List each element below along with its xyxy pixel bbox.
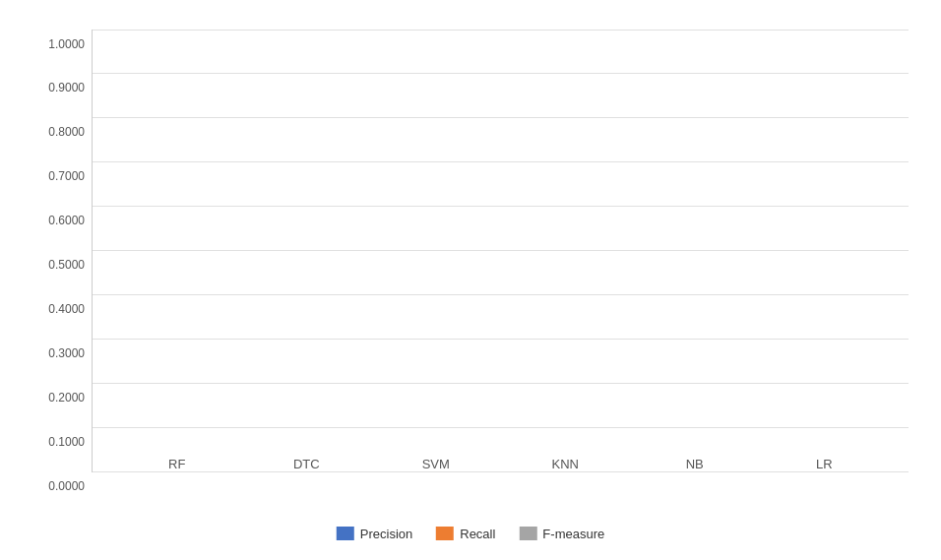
groups-container: RFDTCSVMKNNNBLR xyxy=(93,30,909,471)
y-axis-label: 1.0000 xyxy=(48,37,85,51)
chart-area: 1.00000.90000.80000.70000.60000.50000.40… xyxy=(92,30,909,472)
bar-group: LR xyxy=(779,447,869,471)
legend-item: Precision xyxy=(337,527,412,541)
bar-group: SVM xyxy=(391,447,481,471)
y-axis-label: 0.4000 xyxy=(48,302,85,316)
y-axis-label: 0.5000 xyxy=(48,258,85,272)
grid-line: 0.0000 xyxy=(93,471,909,472)
y-axis-label: 0.0000 xyxy=(48,479,85,493)
bar-group: DTC xyxy=(261,447,351,471)
x-axis-label: RF xyxy=(168,457,185,471)
bar-group: KNN xyxy=(520,447,610,471)
x-axis-label: NB xyxy=(686,457,704,471)
x-axis-label: LR xyxy=(816,457,833,471)
legend-color-box xyxy=(337,527,354,540)
y-axis-label: 0.7000 xyxy=(48,169,85,183)
y-axis-label: 0.8000 xyxy=(48,125,85,139)
y-axis-label: 0.9000 xyxy=(48,81,85,94)
legend-color-box xyxy=(436,527,454,540)
legend-label: F-measure xyxy=(542,527,604,541)
x-axis-label: DTC xyxy=(293,457,320,471)
legend: PrecisionRecallF-measure xyxy=(337,527,604,541)
chart-container: 1.00000.90000.80000.70000.60000.50000.40… xyxy=(13,10,928,551)
legend-label: Precision xyxy=(360,527,412,541)
bar-group: RF xyxy=(132,447,222,471)
y-axis-label: 0.1000 xyxy=(48,435,85,449)
y-axis-label: 0.6000 xyxy=(48,214,85,227)
legend-color-box xyxy=(519,527,536,540)
x-axis-label: KNN xyxy=(552,457,579,471)
y-axis-label: 0.3000 xyxy=(48,346,85,360)
legend-item: F-measure xyxy=(519,527,604,541)
y-axis-label: 0.2000 xyxy=(48,391,85,404)
legend-label: Recall xyxy=(460,527,495,541)
x-axis-label: SVM xyxy=(422,457,450,471)
legend-item: Recall xyxy=(436,527,495,541)
bar-group: NB xyxy=(650,447,740,471)
